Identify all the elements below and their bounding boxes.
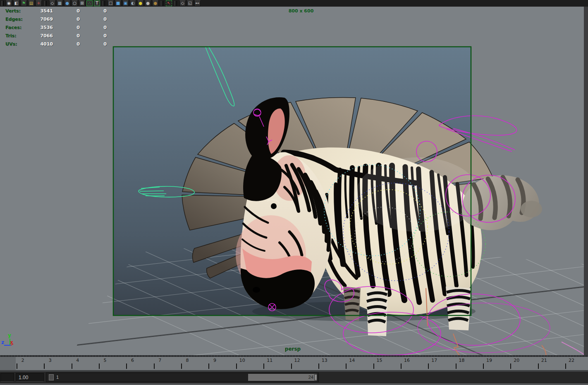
right-panel-edge[interactable] <box>584 7 588 355</box>
hud-row: Tris:706600 <box>0 33 112 41</box>
time-slider[interactable]: 2345678910111213141516171819202122 <box>0 355 588 372</box>
wireframe-mode-icon[interactable]: ◇ <box>49 0 55 6</box>
hud-row-value: 0 <box>59 25 80 30</box>
axis-x-label: x <box>10 339 13 345</box>
range-end-handle[interactable] <box>314 374 317 380</box>
zebra-tail <box>462 176 542 231</box>
frame-tick <box>401 363 402 369</box>
frame-tick <box>318 363 319 369</box>
frame-tick <box>428 363 429 369</box>
frame-number: 5 <box>99 358 111 363</box>
range-slider-track[interactable]: 1 24 <box>46 373 319 382</box>
select-camera-icon[interactable]: ◉ <box>6 0 12 6</box>
texture-display-icon[interactable]: T <box>94 0 100 6</box>
frame-number: 4 <box>72 358 84 363</box>
hud-row-value: 0 <box>86 33 107 38</box>
default-light-icon[interactable]: ● <box>137 0 143 6</box>
frame-tick <box>126 363 127 369</box>
toolbar-grip[interactable] <box>2 1 4 6</box>
toolbar-separator <box>103 1 105 6</box>
current-frame-indicator[interactable] <box>0 357 16 370</box>
axis-y-label: y <box>8 332 11 338</box>
viewport-canvas[interactable]: y z x <box>0 7 584 355</box>
ambient-light-icon[interactable]: ● <box>145 0 151 6</box>
axis-gizmo: y z x <box>1 332 13 345</box>
frame-number: 9 <box>208 358 221 363</box>
move-manipulator-icon[interactable]: + <box>36 0 42 6</box>
frame-tick <box>538 363 539 369</box>
hud-row: Faces:353600 <box>0 25 112 33</box>
selection-highlight-icon[interactable]: ↖ <box>166 0 172 6</box>
range-start-handle[interactable] <box>49 374 54 380</box>
textured-ball-icon[interactable]: ◐ <box>130 0 136 6</box>
frame-number: 14 <box>346 358 358 363</box>
hud-row: Edges:706900 <box>0 17 112 25</box>
hud-row-value: 7066 <box>24 33 53 38</box>
body-highlight <box>356 157 480 232</box>
heads-up-display: Verts:354100Edges:706900Faces:353600Tris… <box>0 8 112 50</box>
hud-row-value: 0 <box>86 41 107 47</box>
hud-row-label: Tris: <box>5 33 16 38</box>
hud-row-value: 0 <box>59 17 80 22</box>
show-connections-icon[interactable]: ⊷ <box>194 0 201 6</box>
perspective-viewport[interactable]: y z x Verts:354100Edges:706900Faces:3536… <box>0 7 584 355</box>
hud-row-value: 4010 <box>24 41 53 47</box>
frame-tick <box>510 363 511 369</box>
frame-tick <box>208 363 209 369</box>
hud-row-value: 0 <box>86 25 107 30</box>
frame-tick <box>346 363 347 369</box>
frame-tick <box>99 363 100 369</box>
window-bottom-edge <box>0 383 588 385</box>
frame-number: 10 <box>236 358 249 363</box>
directional-light-icon[interactable]: ● <box>152 0 158 6</box>
axis-z-label: z <box>1 339 4 345</box>
frame-number: 2 <box>17 358 29 363</box>
frame-tick <box>291 363 292 369</box>
hud-row-label: Edges: <box>5 17 23 22</box>
frame-number: 17 <box>428 358 440 363</box>
toolbar-separator <box>44 1 47 6</box>
hud-row-value: 0 <box>59 8 80 14</box>
frame-tick <box>483 363 484 369</box>
hud-row-value: 0 <box>59 33 80 38</box>
wireframe-sphere-mode-icon[interactable]: ○ <box>72 0 78 6</box>
range-end-value: 24 <box>299 375 313 380</box>
camera-name-label: persp <box>268 346 318 352</box>
hud-row-value: 0 <box>86 17 107 22</box>
frame-number: 12 <box>291 358 304 363</box>
hud-row-value: 0 <box>59 41 80 47</box>
frame-number: 13 <box>318 358 331 363</box>
frame-tick <box>456 363 457 369</box>
smooth-shaded-mode-icon[interactable]: ● <box>64 0 70 6</box>
wireframe-cube-icon[interactable]: □ <box>108 0 114 6</box>
hud-row: Verts:354100 <box>0 8 112 17</box>
xray-mode-icon[interactable]: ⊠ <box>79 0 85 6</box>
frame-tick <box>373 363 374 369</box>
frame-tick <box>154 363 155 369</box>
camera-attributes-icon[interactable]: ◧ <box>13 0 19 6</box>
vertex-display-icon[interactable]: ∴ <box>86 0 93 6</box>
frame-number: 11 <box>263 358 276 363</box>
resolution-gate-label: 800 x 600 <box>276 8 326 14</box>
frame-tick <box>263 363 264 369</box>
image-plane-icon[interactable]: ▤ <box>28 0 34 6</box>
character-set-field[interactable] <box>0 373 14 382</box>
frame-tick <box>44 363 45 369</box>
maya-window: ◉◧⚑▤+◇▦●○⊠∴T□■▣◐●●●↖◇◱⊷ <box>0 0 588 385</box>
frame-number: 8 <box>181 358 194 363</box>
playback-speed-field[interactable]: 1.00 <box>16 373 44 382</box>
shaded-wireframe-cube-icon[interactable]: ▣ <box>122 0 129 6</box>
frame-number: 6 <box>126 358 139 363</box>
film-gate-icon[interactable]: ▦ <box>57 0 63 6</box>
frame-tick <box>236 363 237 369</box>
frame-number: 15 <box>373 358 386 363</box>
panel-toolbar: ◉◧⚑▤+◇▦●○⊠∴T□■▣◐●●●↖◇◱⊷ <box>0 0 588 7</box>
bookmark-icon[interactable]: ⚑ <box>21 0 27 6</box>
isolate-select-cube-icon[interactable]: ◇ <box>179 0 186 6</box>
multi-pane-layout-icon[interactable]: ◱ <box>187 0 193 6</box>
smooth-shaded-cube-icon[interactable]: ■ <box>115 0 121 6</box>
frame-tick <box>181 363 182 369</box>
timeline-tick-strip <box>0 355 588 357</box>
frame-number: 18 <box>456 358 468 363</box>
toolbar-separator <box>161 1 163 6</box>
